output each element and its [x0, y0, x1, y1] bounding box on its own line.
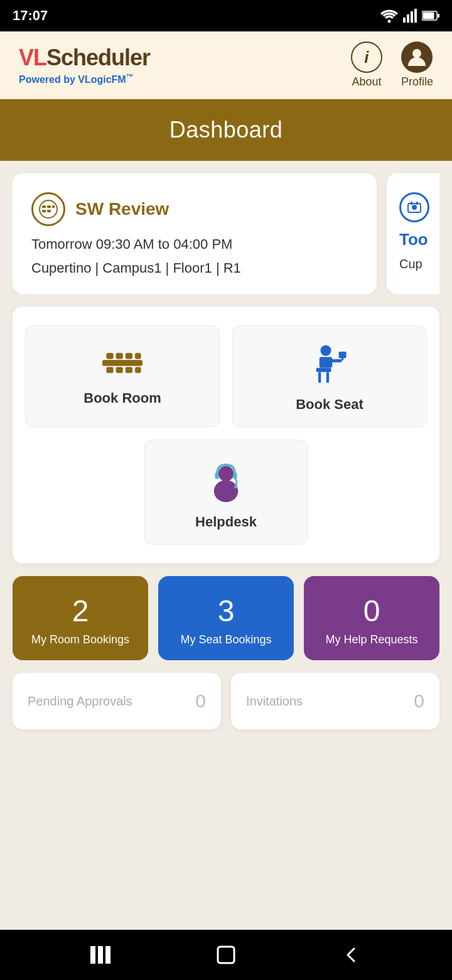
- svg-rect-19: [102, 360, 143, 366]
- svg-rect-33: [316, 368, 331, 372]
- actions-container: Book Room: [13, 307, 439, 564]
- svg-rect-24: [106, 367, 113, 373]
- seat-bookings-card[interactable]: 3 My Seat Bookings: [158, 576, 294, 660]
- back-icon: [343, 946, 360, 964]
- nav-back-button[interactable]: [333, 936, 370, 974]
- svg-rect-20: [106, 353, 113, 359]
- booking-location-1: Cupertino | Campus1 | Floor1 | R1: [31, 260, 358, 276]
- status-time: 17:07: [13, 8, 48, 24]
- svg-rect-31: [339, 352, 347, 358]
- logo-main: VLScheduler: [19, 45, 150, 71]
- wifi-icon: [380, 9, 398, 23]
- help-requests-count: 0: [363, 594, 380, 628]
- room-bookings-label: My Room Bookings: [31, 633, 129, 646]
- seat-bookings-count: 3: [218, 594, 235, 628]
- nav-menu-button[interactable]: [82, 936, 119, 974]
- svg-point-37: [218, 466, 234, 482]
- svg-rect-3: [411, 11, 413, 23]
- booking-card-2[interactable]: Too Cup: [387, 173, 439, 294]
- svg-rect-32: [342, 358, 343, 360]
- svg-rect-4: [414, 9, 417, 23]
- svg-rect-29: [320, 357, 333, 368]
- menu-icon: [90, 946, 110, 964]
- booking-room-icon: [31, 192, 65, 226]
- booking-title-1: SW Review: [75, 199, 169, 219]
- svg-point-9: [40, 200, 57, 218]
- actions-grid-bottom: Helpdesk: [25, 440, 427, 545]
- svg-rect-25: [116, 367, 123, 373]
- partial-booking-title: Too: [399, 230, 437, 249]
- seat-bookings-label: My Seat Bookings: [180, 633, 271, 646]
- svg-rect-17: [411, 202, 412, 205]
- svg-rect-21: [116, 353, 123, 359]
- booking-time-1: Tomorrow 09:30 AM to 04:00 PM: [31, 236, 358, 253]
- svg-rect-30: [330, 359, 342, 362]
- booking-icon-2: [399, 192, 429, 222]
- helpdesk-button[interactable]: Helpdesk: [144, 440, 308, 545]
- helpdesk-label: Helpdesk: [195, 514, 257, 530]
- battery-icon: [422, 11, 439, 21]
- help-requests-label: My Help Requests: [325, 633, 417, 646]
- svg-point-16: [412, 205, 417, 210]
- pending-approvals-label: Pending Approvals: [28, 694, 132, 709]
- invitations-card[interactable]: Invitations 0: [231, 673, 439, 729]
- header-actions: i About Profile: [351, 41, 433, 89]
- book-room-icon: [97, 344, 148, 381]
- header-logo: VLScheduler Powered by VLogicFM™: [19, 45, 150, 85]
- svg-rect-35: [326, 372, 329, 383]
- about-icon: i: [351, 41, 382, 73]
- actions-grid-top: Book Room: [25, 325, 427, 427]
- helpdesk-icon: [204, 458, 248, 505]
- room-bookings-card[interactable]: 2 My Room Bookings: [13, 576, 148, 660]
- about-button[interactable]: i About: [351, 41, 382, 89]
- info-row: Pending Approvals 0 Invitations 0: [13, 673, 439, 729]
- book-room-button[interactable]: Book Room: [25, 325, 220, 427]
- svg-point-8: [412, 49, 421, 58]
- svg-point-40: [234, 485, 237, 488]
- svg-rect-2: [407, 14, 409, 23]
- book-seat-button[interactable]: Book Seat: [232, 325, 427, 427]
- status-bar: 17:07: [0, 0, 452, 31]
- logo-sub: Powered by VLogicFM™: [19, 72, 134, 85]
- help-requests-card[interactable]: 0 My Help Requests: [304, 576, 439, 660]
- logo-scheduler: Scheduler: [46, 45, 150, 70]
- invitations-label: Invitations: [246, 694, 303, 709]
- header: VLScheduler Powered by VLogicFM™ i About…: [0, 31, 452, 99]
- main-content: SW Review Tomorrow 09:30 AM to 04:00 PM …: [0, 161, 452, 930]
- profile-label: Profile: [401, 75, 433, 89]
- svg-rect-44: [218, 947, 234, 963]
- invitations-value: 0: [414, 690, 424, 712]
- profile-icon: [401, 41, 433, 73]
- book-seat-label: Book Seat: [296, 396, 363, 413]
- logo-vl: VL: [19, 45, 46, 70]
- stats-row: 2 My Room Bookings 3 My Seat Bookings 0 …: [13, 576, 439, 660]
- svg-rect-10: [42, 205, 46, 208]
- about-label: About: [352, 75, 381, 89]
- pending-approvals-value: 0: [195, 690, 206, 712]
- room-bookings-count: 2: [72, 594, 89, 628]
- pending-approvals-card[interactable]: Pending Approvals 0: [13, 673, 221, 729]
- nav-home-button[interactable]: [207, 936, 245, 974]
- svg-rect-34: [318, 372, 321, 383]
- profile-button[interactable]: Profile: [401, 41, 433, 89]
- svg-rect-43: [105, 946, 110, 964]
- svg-rect-38: [215, 472, 219, 479]
- status-icons: [380, 9, 439, 23]
- svg-rect-22: [126, 353, 132, 359]
- svg-rect-1: [403, 18, 406, 23]
- svg-point-36: [214, 480, 239, 502]
- svg-rect-18: [416, 202, 418, 205]
- book-room-label: Book Room: [83, 390, 161, 406]
- svg-rect-13: [42, 210, 46, 212]
- svg-rect-14: [47, 210, 51, 212]
- booking-card-1[interactable]: SW Review Tomorrow 09:30 AM to 04:00 PM …: [13, 173, 377, 294]
- svg-rect-27: [135, 367, 141, 373]
- signal-icon: [403, 9, 417, 23]
- svg-rect-12: [52, 205, 55, 208]
- svg-rect-42: [98, 946, 103, 964]
- dashboard-title: Dashboard: [0, 99, 452, 161]
- svg-point-0: [388, 20, 391, 23]
- svg-point-28: [320, 345, 331, 356]
- home-icon: [215, 944, 237, 966]
- bottom-nav: [0, 930, 452, 980]
